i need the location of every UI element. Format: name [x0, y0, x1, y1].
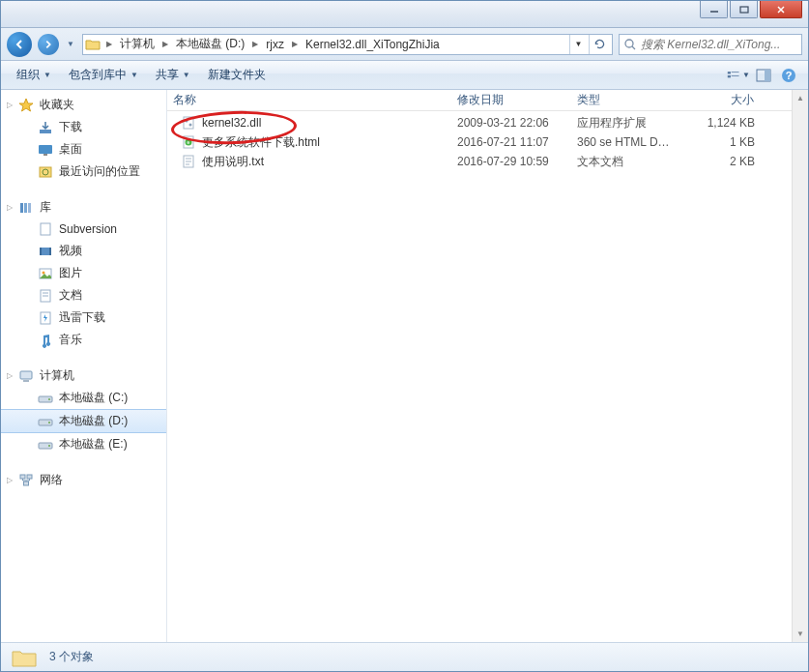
nav-label: 视频 [59, 243, 82, 259]
titlebar [1, 1, 808, 28]
sidebar-item-pictures[interactable]: 图片 [1, 262, 166, 284]
sidebar-item-videos[interactable]: 视频 [1, 240, 166, 262]
nav-back-button[interactable] [7, 32, 32, 57]
svg-point-4 [625, 40, 633, 47]
view-options-button[interactable]: ▼ [727, 64, 750, 87]
address-bar[interactable]: ▶ 计算机 ▶ 本地磁盘 (D:) ▶ rjxz ▶ Kernel32.dll_… [82, 34, 613, 55]
file-row[interactable]: e 更多系统软件下载.html 2016-07-21 11:07 360 se … [167, 132, 808, 152]
sidebar-item-desktop[interactable]: 桌面 [1, 138, 166, 161]
nav-label: 本地磁盘 (E:) [59, 436, 128, 453]
search-input[interactable] [641, 38, 797, 51]
file-list-pane: 名称 修改日期 类型 大小 kernel32.dll 2009-03-21 22… [167, 90, 808, 642]
close-button[interactable] [760, 1, 802, 18]
organize-button[interactable]: 组织▼ [9, 63, 59, 87]
sidebar-item-drive-c[interactable]: 本地磁盘 (C:) [1, 387, 166, 409]
chevron-right-icon[interactable]: ▶ [250, 40, 260, 48]
svg-point-45 [189, 124, 192, 127]
maximize-button[interactable] [730, 1, 758, 18]
file-type: 360 se HTML Do... [571, 135, 679, 149]
computer-header[interactable]: ▷ 计算机 [1, 365, 166, 387]
preview-pane-button[interactable] [752, 64, 775, 87]
libraries-header[interactable]: ▷ 库 [1, 196, 166, 219]
svg-rect-25 [49, 248, 51, 255]
svg-rect-16 [43, 154, 47, 156]
chevron-right-icon[interactable]: ▶ [290, 40, 300, 48]
svg-rect-7 [732, 72, 739, 73]
body: ▷ 收藏夹 下载 桌面 最近访问的位置 [1, 90, 808, 642]
svg-rect-15 [39, 145, 52, 154]
nav-label: 本地磁盘 (D:) [59, 413, 128, 429]
include-library-button[interactable]: 包含到库中▼ [61, 63, 146, 87]
svg-point-37 [48, 422, 50, 424]
video-icon [38, 244, 53, 259]
network-header[interactable]: ▷ 网络 [1, 469, 166, 491]
breadcrumb-segment[interactable]: Kernel32.dll_XiTongZhiJia [302, 35, 444, 54]
breadcrumb-segment[interactable]: rjxz [262, 35, 288, 54]
breadcrumb-segment[interactable]: 计算机 [116, 35, 159, 54]
navigation-pane: ▷ 收藏夹 下载 桌面 最近访问的位置 [1, 90, 167, 642]
html-file-icon: e [181, 134, 196, 150]
column-size[interactable]: 大小 [679, 92, 761, 108]
minimize-button[interactable] [700, 1, 728, 18]
svg-rect-40 [20, 475, 25, 479]
nav-label: 最近访问的位置 [59, 163, 140, 180]
picture-icon [38, 266, 53, 281]
sidebar-item-drive-d[interactable]: 本地磁盘 (D:) [1, 409, 166, 433]
scroll-down-icon[interactable]: ▼ [793, 626, 808, 642]
file-list: kernel32.dll 2009-03-21 22:06 应用程序扩展 1,1… [167, 111, 808, 173]
column-name[interactable]: 名称 [167, 92, 451, 108]
file-type: 应用程序扩展 [571, 115, 679, 131]
sidebar-item-thunder[interactable]: 迅雷下载 [1, 307, 166, 329]
new-folder-button[interactable]: 新建文件夹 [200, 63, 274, 87]
svg-rect-19 [20, 203, 23, 213]
svg-rect-1 [740, 7, 748, 13]
help-button[interactable]: ? [777, 64, 800, 87]
refresh-button[interactable] [589, 34, 610, 55]
nav-label: 网络 [40, 472, 63, 488]
svg-rect-32 [20, 371, 32, 379]
sidebar-item-recent[interactable]: 最近访问的位置 [1, 161, 166, 183]
chevron-right-icon[interactable]: ▶ [160, 40, 170, 48]
nav-label: 桌面 [59, 141, 82, 158]
chevron-down-icon: ▷ [7, 371, 15, 380]
column-date[interactable]: 修改日期 [451, 92, 571, 108]
nav-label: 音乐 [59, 332, 82, 348]
sidebar-item-subversion[interactable]: Subversion [1, 219, 166, 240]
nav-history-dropdown[interactable]: ▼ [65, 40, 76, 48]
nav-label: 计算机 [40, 367, 74, 384]
file-date: 2016-07-21 11:07 [451, 135, 571, 149]
column-type[interactable]: 类型 [571, 92, 679, 108]
nav-group-libraries: ▷ 库 Subversion 视频 图片 文档 迅雷下载 音乐 [1, 196, 166, 351]
file-row[interactable]: 使用说明.txt 2016-07-29 10:59 文本文档 2 KB [167, 152, 808, 171]
share-button[interactable]: 共享▼ [148, 63, 198, 87]
navbar: ▼ ▶ 计算机 ▶ 本地磁盘 (D:) ▶ rjxz ▶ Kernel32.dl… [1, 28, 808, 61]
svg-rect-22 [41, 223, 50, 235]
scrollbar[interactable]: ▲ ▼ [792, 90, 808, 642]
file-size: 1 KB [679, 135, 761, 149]
favorites-header[interactable]: ▷ 收藏夹 [1, 94, 166, 116]
svg-rect-11 [765, 70, 770, 81]
nav-label: 图片 [59, 265, 82, 281]
svg-rect-33 [23, 380, 29, 382]
search-icon [623, 38, 637, 51]
scroll-up-icon[interactable]: ▲ [793, 90, 808, 106]
svg-point-35 [48, 398, 50, 400]
download-icon [38, 120, 53, 135]
file-row[interactable]: kernel32.dll 2009-03-21 22:06 应用程序扩展 1,1… [167, 113, 808, 132]
sidebar-item-documents[interactable]: 文档 [1, 284, 166, 307]
document-icon [38, 288, 53, 304]
svg-text:e: e [188, 139, 190, 145]
sidebar-item-music[interactable]: 音乐 [1, 329, 166, 351]
sidebar-item-drive-e[interactable]: 本地磁盘 (E:) [1, 433, 166, 455]
nav-label: 下载 [59, 119, 82, 135]
explorer-window: ▼ ▶ 计算机 ▶ 本地磁盘 (D:) ▶ rjxz ▶ Kernel32.dl… [0, 0, 809, 672]
nav-label: 库 [40, 199, 51, 216]
search-box[interactable] [619, 34, 802, 55]
chevron-right-icon[interactable]: ▶ [104, 40, 114, 48]
nav-forward-button[interactable] [38, 34, 59, 55]
desktop-icon [38, 142, 53, 158]
sidebar-item-downloads[interactable]: 下载 [1, 116, 166, 138]
download-icon [38, 310, 53, 326]
address-dropdown[interactable]: ▼ [569, 34, 587, 55]
breadcrumb-segment[interactable]: 本地磁盘 (D:) [172, 35, 248, 54]
